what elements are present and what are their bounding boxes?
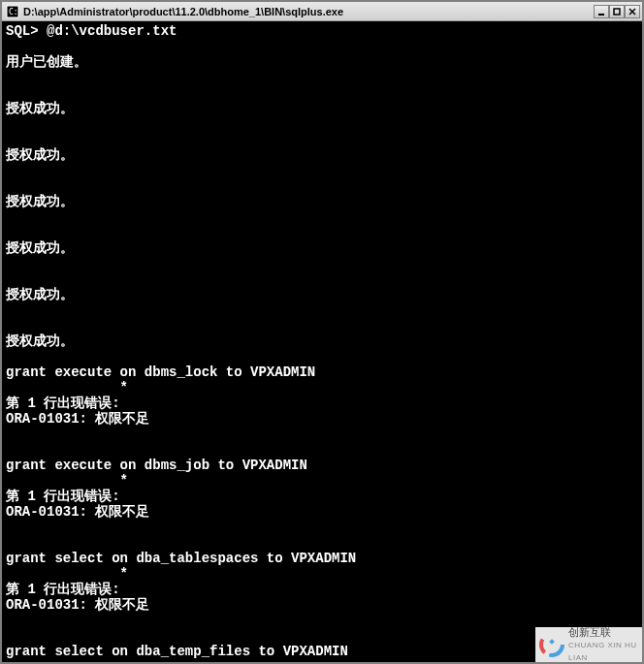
- svg-rect-3: [614, 9, 620, 15]
- terminal-line: [6, 163, 638, 178]
- terminal-line: [6, 178, 638, 194]
- terminal-line: 授权成功。: [6, 194, 638, 209]
- terminal-line: [6, 85, 638, 101]
- terminal-line: *: [6, 380, 638, 395]
- terminal-line: [6, 256, 638, 271]
- app-icon: C:: [6, 5, 19, 18]
- terminal-line: 第 1 行出现错误:: [6, 395, 638, 411]
- watermark-text: 创新互联 CHUANG XIN HU LIAN: [568, 626, 638, 664]
- window-frame: C: D:\app\Administrator\product\11.2.0\d…: [0, 0, 644, 664]
- titlebar[interactable]: C: D:\app\Administrator\product\11.2.0\d…: [2, 2, 642, 21]
- terminal-line: [6, 535, 638, 551]
- terminal-line: ORA-01031: 权限不足: [6, 597, 638, 613]
- terminal-line: [6, 70, 638, 85]
- terminal-line: 授权成功。: [6, 287, 638, 302]
- watermark-main: 创新互联: [568, 626, 638, 639]
- terminal-line: ORA-01031: 权限不足: [6, 411, 638, 427]
- terminal-line: *: [6, 473, 638, 489]
- terminal-line: [6, 132, 638, 147]
- watermark-sub: CHUANG XIN HU LIAN: [568, 639, 638, 664]
- maximize-button[interactable]: [609, 5, 625, 18]
- svg-text:C:: C:: [9, 8, 18, 16]
- terminal-line: [6, 225, 638, 240]
- terminal-line: [6, 427, 638, 442]
- terminal-line: 授权成功。: [6, 333, 638, 349]
- svg-rect-8: [549, 639, 555, 645]
- terminal-line: [6, 349, 638, 364]
- terminal-line: 第 1 行出现错误:: [6, 582, 638, 597]
- terminal-line: [6, 39, 638, 54]
- terminal-output[interactable]: SQL> @d:\vcdbuser.txt 用户已创建。 授权成功。 授权成功。…: [2, 21, 642, 662]
- terminal-line: 授权成功。: [6, 147, 638, 163]
- window-title: D:\app\Administrator\product\11.2.0\dbho…: [23, 6, 594, 17]
- svg-rect-2: [598, 14, 604, 16]
- terminal-line: [6, 116, 638, 132]
- terminal-line: grant select on dba_tablespaces to VPXAD…: [6, 551, 638, 566]
- window-controls: [594, 5, 640, 18]
- terminal-line: [6, 318, 638, 333]
- terminal-line: grant execute on dbms_job to VPXADMIN: [6, 458, 638, 473]
- terminal-line: *: [6, 566, 638, 582]
- terminal-line: 用户已创建。: [6, 54, 638, 70]
- terminal-line: grant execute on dbms_lock to VPXADMIN: [6, 364, 638, 380]
- watermark-logo-icon: [539, 632, 564, 657]
- minimize-button[interactable]: [594, 5, 609, 18]
- terminal-line: 第 1 行出现错误:: [6, 489, 638, 504]
- terminal-line: 授权成功。: [6, 101, 638, 116]
- terminal-line: [6, 209, 638, 225]
- terminal-line: [6, 442, 638, 458]
- terminal-line: ORA-01031: 权限不足: [6, 504, 638, 520]
- terminal-line: [6, 520, 638, 535]
- terminal-line: 授权成功。: [6, 240, 638, 256]
- terminal-line: SQL> @d:\vcdbuser.txt: [6, 23, 638, 39]
- terminal-line: [6, 302, 638, 318]
- terminal-line: [6, 613, 638, 628]
- terminal-line: [6, 271, 638, 287]
- close-button[interactable]: [625, 5, 640, 18]
- watermark: 创新互联 CHUANG XIN HU LIAN: [535, 627, 642, 662]
